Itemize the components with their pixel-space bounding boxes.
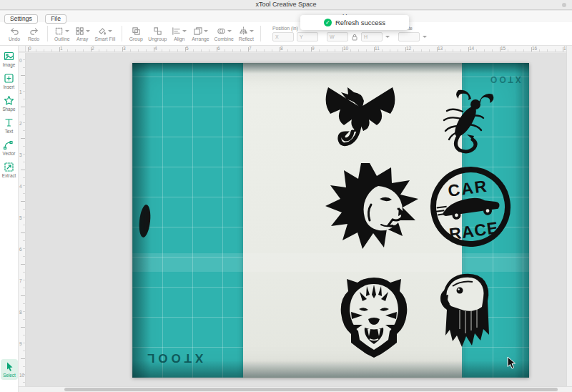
arrange-button[interactable]: Arrange (190, 26, 210, 41)
sidebar-item-insert[interactable]: Insert (4, 73, 15, 89)
select-cursor-icon (4, 361, 15, 372)
vector-icon (4, 139, 14, 150)
undo-button[interactable]: Undo (6, 26, 23, 41)
title-bar: xTool Creative Space (0, 0, 572, 10)
insert-icon (4, 73, 14, 84)
mat-brand-text: XTOOL (144, 351, 203, 365)
shape-icon (4, 95, 14, 106)
align-button[interactable]: Align (170, 26, 188, 41)
h-ruler: 01234567891011121314151617 (26, 46, 566, 52)
chevron-down-icon (108, 30, 112, 32)
sidebar-item-shape[interactable]: Shape (2, 95, 15, 112)
h-ruler-number: 6 (217, 46, 220, 51)
mat-brand-text-top: XTOO (488, 74, 521, 84)
ungroup-icon (153, 26, 162, 36)
toolbar-button-label: Group (129, 36, 143, 41)
h-ruler-number: 13 (438, 46, 443, 51)
file-menu-button[interactable]: File (45, 14, 66, 24)
chevron-down-icon[interactable] (423, 36, 427, 38)
main-toolbar: UndoRedoOutlineArraySmart FillGroupUngro… (0, 22, 572, 46)
lion-design[interactable] (324, 162, 424, 252)
v-ruler-number: 3 (19, 152, 22, 157)
horizontal-scrollbar[interactable] (19, 386, 572, 392)
toolbar-button-label: Array (77, 36, 88, 41)
smart-fill-button[interactable]: Smart Fill (94, 26, 117, 41)
sidebar-item-label: Shape (2, 107, 15, 112)
image-icon (4, 51, 14, 62)
redo-icon (29, 26, 39, 36)
outline-button[interactable]: Outline (53, 26, 72, 41)
v-ruler-number: 1 (19, 89, 22, 94)
v-ruler-number: 0 (19, 58, 22, 63)
redo-button[interactable]: Redo (25, 26, 42, 41)
h-ruler-number: 0 (29, 46, 31, 51)
vertical-scrollbar[interactable] (566, 46, 572, 386)
h-ruler-number: 4 (154, 46, 157, 51)
canvas-area[interactable]: XTOOL XTOO (26, 53, 566, 386)
reflect-button[interactable]: Reflect (237, 26, 255, 41)
window-control-icon[interactable] (562, 3, 566, 7)
ungroup-button[interactable]: Ungroup (147, 26, 168, 41)
chevron-down-icon (65, 30, 69, 32)
toolbar-button-label: Combine (214, 36, 234, 41)
dragon-design[interactable] (317, 82, 404, 153)
chevron-down-icon (86, 30, 90, 32)
smart-fill-icon (97, 26, 107, 36)
v-ruler-number: 5 (19, 215, 22, 220)
tiger-design[interactable] (334, 275, 414, 359)
h-ruler-number: 8 (280, 46, 283, 51)
undo-icon (10, 26, 19, 36)
h-ruler-number: 7 (249, 46, 252, 51)
toolbar-button-label: Align (174, 36, 184, 41)
h-ruler-number: 16 (532, 46, 537, 51)
v-ruler-number: 2 (19, 121, 22, 126)
position-x-field[interactable]: X (272, 32, 294, 41)
lock-icon[interactable] (351, 31, 358, 44)
position-y-field[interactable]: Y (297, 32, 318, 41)
chevron-down-icon (182, 30, 187, 32)
outline-icon (54, 26, 64, 36)
badge-top-text: CAR (447, 176, 489, 200)
ruler-corner (19, 46, 26, 52)
camera-view: XTOOL XTOO (132, 63, 529, 378)
v-ruler-number: 9 (19, 341, 22, 346)
text-icon (4, 117, 14, 128)
v-ruler-number: 6 (19, 247, 22, 252)
sidebar-item-label: Text (5, 129, 14, 134)
toast-notification: ✓ Refresh success (300, 15, 409, 30)
array-icon (75, 26, 84, 36)
settings-menu-button[interactable]: Settings (4, 14, 38, 24)
window-title: xTool Creative Space (0, 1, 572, 8)
chevron-down-icon[interactable] (385, 36, 390, 38)
car-race-badge-design[interactable]: CAR RACE (427, 165, 514, 249)
sidebar-item-image[interactable]: Image (3, 51, 16, 67)
array-button[interactable]: Array (74, 26, 92, 41)
toolbar-button-label: Outline (54, 36, 70, 41)
toolbar-divider (122, 26, 122, 41)
h-ruler-number: 14 (469, 46, 474, 51)
app-window: xTool Creative Space Settings File U... … (0, 0, 572, 392)
group-button[interactable]: Group (127, 26, 144, 41)
scorpion-design[interactable] (425, 87, 497, 155)
sidebar-item-vector[interactable]: Vector (3, 139, 16, 156)
h-scrollbar-thumb[interactable] (64, 388, 558, 391)
mouse-cursor (507, 356, 516, 370)
sidebar-item-select[interactable]: Select (1, 359, 18, 380)
toolbar-button-label: Redo (28, 36, 39, 41)
h-ruler-number: 1 (60, 46, 63, 51)
sidebar-item-text[interactable]: Text (4, 117, 14, 134)
size-h-field[interactable]: H (361, 32, 383, 41)
eagle-design[interactable] (437, 270, 494, 349)
toolbar-button-label: Ungroup (148, 36, 167, 41)
v-ruler-number: 8 (19, 310, 22, 315)
h-ruler-number: 11 (375, 46, 380, 51)
reflect-icon (239, 26, 248, 36)
sidebar-item-extract[interactable]: Extract (2, 162, 16, 178)
size-w-field[interactable]: W (327, 32, 348, 41)
rotate-field[interactable] (398, 32, 420, 41)
toolbar-button-label: Undo (9, 36, 20, 41)
h-ruler-number: 12 (406, 46, 411, 51)
arrange-icon (193, 26, 202, 36)
combine-button[interactable]: Combine (213, 26, 235, 41)
h-ruler-number: 5 (186, 46, 189, 51)
